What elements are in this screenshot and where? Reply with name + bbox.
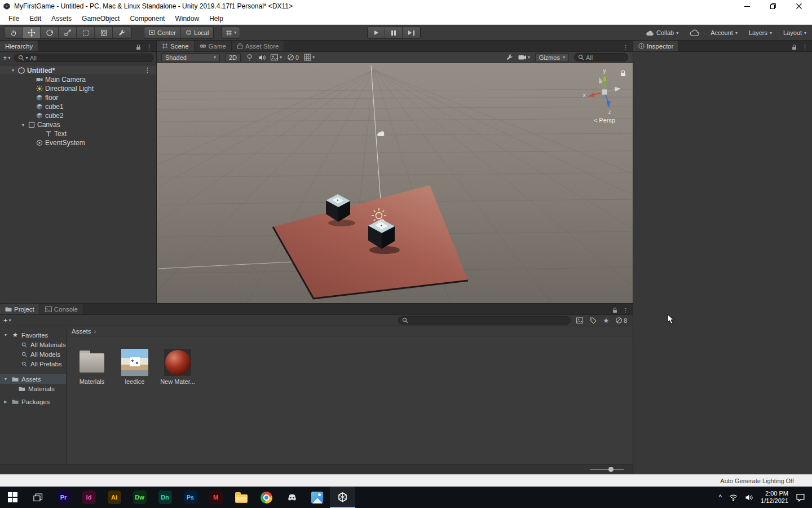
lock-icon[interactable] xyxy=(136,44,141,50)
pause-button[interactable] xyxy=(385,27,403,38)
sidebar-all-models[interactable]: All Models xyxy=(0,349,66,359)
projection-toggle[interactable]: < Persp xyxy=(594,117,615,124)
taskbar-app-chrome[interactable] xyxy=(254,487,279,508)
layout-dropdown[interactable]: Layout▾ xyxy=(783,29,806,36)
taskbar-app-illustrator[interactable]: Ai xyxy=(102,487,127,508)
rotate-tool-button[interactable] xyxy=(41,27,59,38)
shading-mode-dropdown[interactable]: Shaded▾ xyxy=(161,53,220,62)
menu-help[interactable]: Help xyxy=(204,12,228,24)
hierarchy-item-text[interactable]: Text xyxy=(0,129,156,138)
rect-tool-button[interactable] xyxy=(77,27,95,38)
menu-edit[interactable]: Edit xyxy=(24,12,46,24)
hierarchy-scene-row[interactable]: ▼ Untitled* ⋮ xyxy=(0,66,156,75)
hierarchy-item-cube1[interactable]: cube1 xyxy=(0,102,156,111)
tab-asset-store[interactable]: Asset Store xyxy=(232,41,284,51)
foldout-icon[interactable]: ▼ xyxy=(2,377,9,381)
taskbar-app-discord[interactable] xyxy=(279,487,304,508)
volume-icon[interactable] xyxy=(745,494,753,501)
play-button[interactable] xyxy=(368,27,385,38)
grid-visibility-dropdown[interactable]: ▾ xyxy=(304,54,315,61)
tab-game[interactable]: Game xyxy=(195,41,232,51)
effects-dropdown[interactable]: ▾ xyxy=(271,54,282,61)
tab-hierarchy[interactable]: Hierarchy xyxy=(0,41,38,51)
taskbar-app-m[interactable]: M xyxy=(203,487,228,508)
lock-icon[interactable] xyxy=(612,307,617,313)
lighting-toggle-button[interactable] xyxy=(246,54,253,61)
taskbar-app-dreamweaver[interactable]: Dw xyxy=(127,487,152,508)
restore-button[interactable] xyxy=(760,0,786,12)
hidden-packages-toggle[interactable]: 8 xyxy=(615,317,627,324)
sidebar-packages[interactable]: ▶ Packages xyxy=(0,397,66,406)
taskbar-app-dimension[interactable]: Dn xyxy=(152,487,178,508)
start-button[interactable] xyxy=(0,487,25,508)
taskbar-app-explorer[interactable] xyxy=(228,487,254,508)
create-menu-button[interactable]: +▾ xyxy=(3,54,11,62)
menu-assets[interactable]: Assets xyxy=(46,12,77,24)
move-tool-button[interactable] xyxy=(23,27,41,38)
create-asset-button[interactable]: +▾ xyxy=(3,316,11,325)
sidebar-materials[interactable]: Materials xyxy=(0,384,66,393)
panel-menu-icon[interactable]: ⋮ xyxy=(623,308,629,313)
tab-project[interactable]: Project xyxy=(0,304,40,314)
notification-icon[interactable] xyxy=(796,493,805,502)
asset-new-material[interactable]: New Mater... xyxy=(159,349,196,385)
scene-visibility-toggle[interactable]: 0 xyxy=(287,54,299,61)
sidebar-favorites[interactable]: ▼ ★ Favorites xyxy=(0,330,66,340)
asset-leedice-texture[interactable]: leedice xyxy=(116,349,153,385)
lighting-status-message[interactable]: Auto Generate Lighting Off xyxy=(720,478,794,484)
account-dropdown[interactable]: Account▾ xyxy=(710,29,738,36)
task-view-button[interactable] xyxy=(25,487,51,508)
collab-dropdown[interactable]: Collab▾ xyxy=(646,29,678,36)
grid-snapping-button[interactable]: ▾ xyxy=(222,27,240,39)
menu-window[interactable]: Window xyxy=(170,12,204,24)
rotation-toggle-button[interactable]: Local xyxy=(181,27,213,38)
gizmos-dropdown[interactable]: Gizmos▾ xyxy=(535,53,569,62)
layers-dropdown[interactable]: Layers▾ xyxy=(749,29,772,36)
taskbar-clock[interactable]: 2:00 PM 1/12/2021 xyxy=(761,490,788,505)
panel-menu-icon[interactable]: ⋮ xyxy=(802,45,808,50)
scene-tools-button[interactable] xyxy=(506,54,513,61)
foldout-icon[interactable]: ▼ xyxy=(19,123,27,127)
panel-menu-icon[interactable]: ⋮ xyxy=(623,45,629,50)
custom-tool-button[interactable] xyxy=(113,27,131,38)
taskbar-app-photoshop[interactable]: Ps xyxy=(178,487,203,508)
minimize-button[interactable] xyxy=(734,0,760,12)
taskbar-app-unity[interactable] xyxy=(330,487,355,508)
tray-expand-icon[interactable]: ^ xyxy=(718,493,722,501)
foldout-icon[interactable]: ▶ xyxy=(2,400,9,404)
taskbar-app-indesign[interactable]: Id xyxy=(76,487,102,508)
close-icon[interactable] xyxy=(786,0,812,12)
sidebar-assets[interactable]: ▼ Assets xyxy=(0,374,66,384)
taskbar-app-premiere[interactable]: Pr xyxy=(51,487,76,508)
tab-console[interactable]: Console xyxy=(40,304,83,314)
menu-gameobject[interactable]: GameObject xyxy=(77,12,125,24)
sidebar-all-prefabs[interactable]: All Prefabs xyxy=(0,359,66,369)
gizmo-center-cube[interactable] xyxy=(602,89,607,95)
scale-tool-button[interactable] xyxy=(59,27,77,38)
menu-component[interactable]: Component xyxy=(125,12,170,24)
pivot-toggle-button[interactable]: Center xyxy=(144,27,181,38)
hierarchy-item-floor[interactable]: floor xyxy=(0,93,156,102)
2d-toggle-button[interactable]: 2D xyxy=(225,53,241,62)
panel-menu-icon[interactable]: ⋮ xyxy=(146,45,152,50)
menu-file[interactable]: File xyxy=(3,12,24,24)
foldout-icon[interactable]: ▼ xyxy=(9,68,17,72)
breadcrumb-assets[interactable]: Assets xyxy=(72,328,91,335)
hand-tool-button[interactable] xyxy=(5,27,23,38)
hierarchy-item-directional-light[interactable]: Directional Light xyxy=(0,84,156,93)
hierarchy-item-eventsystem[interactable]: EventSystem xyxy=(0,138,156,147)
hierarchy-item-main-camera[interactable]: Main Camera xyxy=(0,75,156,84)
sidebar-all-materials[interactable]: All Materials xyxy=(0,340,66,349)
camera-settings-dropdown[interactable]: ▾ xyxy=(518,54,530,60)
taskbar-app-photos[interactable] xyxy=(304,487,330,508)
tab-scene[interactable]: Scene xyxy=(157,41,195,51)
lock-icon[interactable] xyxy=(792,44,797,50)
hierarchy-search-input[interactable]: ▾ All xyxy=(14,54,153,62)
search-by-type-icon[interactable] xyxy=(576,317,584,324)
tab-inspector[interactable]: Inspector xyxy=(633,41,679,51)
step-button[interactable] xyxy=(403,27,420,38)
network-icon[interactable] xyxy=(729,494,738,501)
hierarchy-item-cube2[interactable]: cube2 xyxy=(0,111,156,120)
asset-materials-folder[interactable]: Materials xyxy=(73,349,111,385)
transform-tool-button[interactable] xyxy=(95,27,113,38)
